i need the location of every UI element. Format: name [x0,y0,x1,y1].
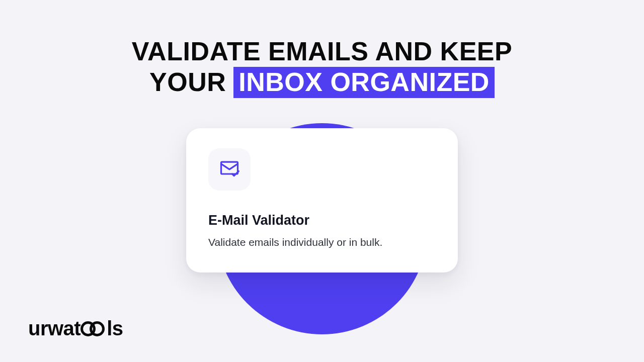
brand-oo-icon [80,320,107,338]
brand-logo: urwat ls [28,317,123,340]
headline-highlight: INBOX ORGANIZED [233,67,495,98]
icon-tile [208,148,251,191]
brand-prefix: urwat [28,317,80,340]
mail-check-icon [218,157,240,182]
brand-suffix: ls [107,317,123,340]
svg-rect-0 [221,162,238,174]
card-description: Validate emails individually or in bulk. [208,236,436,248]
headline-line-2: YOUR INBOX ORGANIZED [0,67,644,98]
headline-prefix: YOUR [149,67,233,97]
page-headline: VALIDATE EMAILS AND KEEP YOUR INBOX ORGA… [0,0,644,98]
hero-area: E-Mail Validator Validate emails individ… [0,128,644,273]
card-title: E-Mail Validator [208,213,436,228]
feature-card: E-Mail Validator Validate emails individ… [186,128,458,273]
headline-line-1: VALIDATE EMAILS AND KEEP [0,36,644,67]
